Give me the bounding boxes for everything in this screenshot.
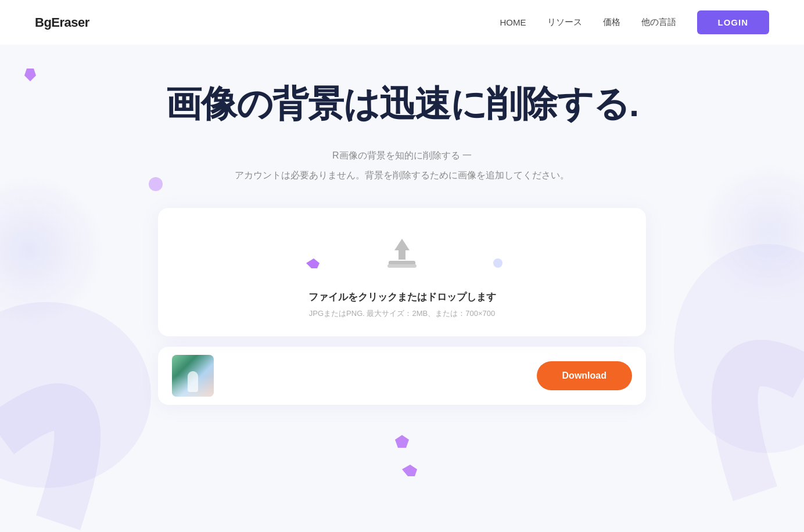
thumb-img xyxy=(172,355,214,397)
svg-marker-11 xyxy=(395,435,409,448)
result-row: Download xyxy=(158,347,646,405)
nav-links: HOME リソース 価格 他の言語 LOGIN xyxy=(500,10,770,34)
upload-main-text: ファイルをクリックまたはドロップします xyxy=(308,290,496,304)
bottom-pentagon-icon xyxy=(393,434,411,451)
upload-dropzone[interactable]: ファイルをクリックまたはドロップします JPGまたはPNG. 最大サイズ：2MB… xyxy=(158,208,646,336)
bottom-decoration xyxy=(393,434,411,451)
thumbnail xyxy=(172,355,214,397)
navbar: BgEraser HOME リソース 価格 他の言語 LOGIN xyxy=(0,0,804,45)
svg-marker-8 xyxy=(394,239,410,260)
svg-point-7 xyxy=(493,258,502,268)
nav-resources[interactable]: リソース xyxy=(547,17,582,28)
nav-home[interactable]: HOME xyxy=(500,17,526,27)
hero-title: 画像の背景は迅速に削除する. xyxy=(166,80,638,128)
nav-language[interactable]: 他の言語 xyxy=(641,17,676,28)
download-button[interactable]: Download xyxy=(537,361,632,390)
upload-sub-text: JPGまたはPNG. 最大サイズ：2MB、または：700×700 xyxy=(309,308,495,319)
svg-marker-3 xyxy=(402,465,417,476)
upload-icon xyxy=(382,234,422,275)
svg-rect-10 xyxy=(387,264,417,268)
main-content: 画像の背景は迅速に削除する. R画像の背景を知的に削除する 一 アカウントは必要… xyxy=(0,45,804,451)
thumb-person-silhouette xyxy=(188,371,198,392)
hero-subtitle-line2: アカウントは必要ありません。背景を削除するために画像を追加してください。 xyxy=(235,167,569,184)
hero-subtitle: R画像の背景を知的に削除する 一 アカウントは必要ありません。背景を削除するため… xyxy=(235,147,569,187)
upload-icon-area xyxy=(367,231,437,278)
login-button[interactable]: LOGIN xyxy=(697,10,770,34)
svg-marker-6 xyxy=(306,258,320,268)
logo: BgEraser xyxy=(35,15,89,30)
nav-pricing[interactable]: 価格 xyxy=(603,17,620,28)
hero-subtitle-line1: R画像の背景を知的に削除する 一 xyxy=(235,147,569,164)
